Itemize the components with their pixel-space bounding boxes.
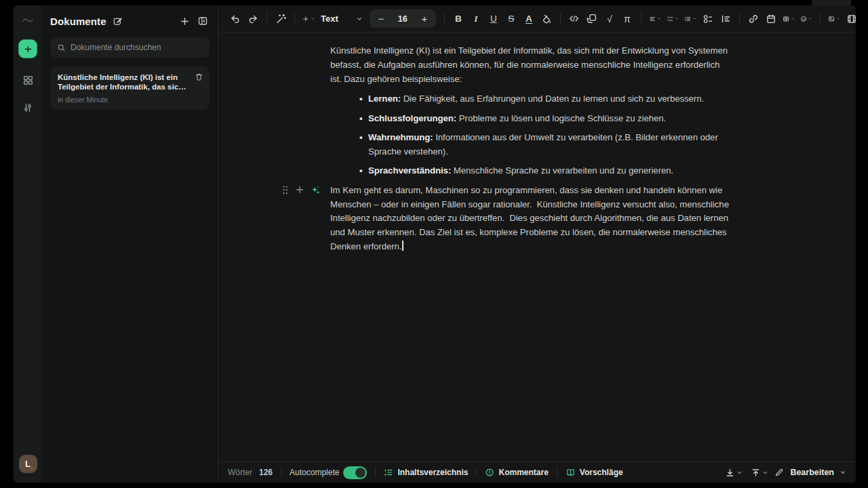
sidebar-title: Dokumente <box>50 16 106 27</box>
text-color-button[interactable]: A <box>521 10 537 28</box>
paragraph-conclusion[interactable]: Im Kern geht es darum, Maschinen so zu p… <box>330 185 732 251</box>
align-left-icon <box>649 14 656 24</box>
ai-sparkles-icon[interactable] <box>311 185 321 195</box>
link-button[interactable] <box>745 10 762 28</box>
video-button[interactable] <box>844 10 856 28</box>
drag-handle-icon[interactable] <box>281 185 289 195</box>
user-initial: L <box>25 459 31 469</box>
list-item[interactable]: • Schlussfolgerungen: Probleme zu lösen … <box>330 112 729 126</box>
sidebar-header: Dokumente <box>50 14 210 28</box>
app-window: L Dokumente Dokumente durchsuchen Künstl… <box>14 5 856 483</box>
toc-label: Inhaltsverzeichnis <box>397 468 468 477</box>
bullet-list: • Lernen: Die Fähigkeit, aus Erfahrungen… <box>330 92 729 178</box>
image-icon <box>828 14 835 24</box>
word-count: Wörter 126 <box>228 468 273 477</box>
chevron-down-icon <box>692 16 696 22</box>
add-document-icon[interactable] <box>178 15 191 28</box>
pencil-icon <box>774 468 784 477</box>
emoji-icon <box>800 14 807 24</box>
italic-button[interactable]: I <box>468 10 484 28</box>
chevron-down-icon <box>808 16 812 22</box>
text-cursor <box>402 241 403 251</box>
font-size-decrease-button[interactable]: − <box>376 13 386 24</box>
link-icon <box>748 14 759 24</box>
calendar-icon <box>766 14 776 24</box>
chevron-down-icon <box>840 469 846 476</box>
ordered-list-icon: 1.2. <box>667 14 673 24</box>
document-canvas[interactable]: Künstliche Intelligenz (KI) ist ein Teil… <box>218 33 856 462</box>
replace-button[interactable] <box>584 10 600 28</box>
collapse-sidebar-icon[interactable] <box>196 14 210 28</box>
magic-wand-icon <box>275 13 287 24</box>
comments-label: Kommentare <box>498 468 548 477</box>
autocomplete-toggle[interactable] <box>343 466 367 479</box>
redo-button[interactable] <box>245 10 261 28</box>
font-size-increase-button[interactable]: + <box>420 13 429 24</box>
suggestions-button[interactable]: Vorschläge <box>566 468 623 477</box>
undo-button[interactable] <box>227 10 243 28</box>
editor-main: Text − 16 + B I U S A √ <box>218 5 856 483</box>
math-button[interactable]: √ <box>601 10 618 28</box>
emoji-button[interactable] <box>798 10 814 28</box>
insert-block-button[interactable] <box>300 10 317 28</box>
search-input[interactable]: Dokumente durchsuchen <box>50 37 210 58</box>
tex-button[interactable]: π <box>619 10 635 28</box>
svg-text:1.: 1. <box>667 16 669 18</box>
suggestions-book-icon <box>566 468 576 477</box>
chevron-down-icon <box>762 470 768 476</box>
block-type-dropdown[interactable]: Text <box>318 14 366 24</box>
bullet-marker: • <box>359 131 368 159</box>
settings-sliders-icon[interactable] <box>22 102 33 113</box>
table-of-contents-button[interactable]: Inhaltsverzeichnis <box>384 468 468 477</box>
document-list-item[interactable]: Künstliche Intelligenz (KI) ist ein Teil… <box>50 66 210 110</box>
replace-icon <box>586 13 597 24</box>
highlight-button[interactable] <box>538 10 555 28</box>
user-avatar[interactable]: L <box>19 455 37 473</box>
strikethrough-button[interactable]: S <box>503 10 519 28</box>
bullet-list-button[interactable] <box>682 10 698 28</box>
download-button[interactable] <box>723 465 745 480</box>
list-item[interactable]: • Lernen: Die Fähigkeit, aus Erfahrungen… <box>330 92 729 106</box>
delete-document-icon[interactable] <box>195 73 203 81</box>
document-item-timestamp: in dieser Minute <box>58 96 203 104</box>
film-icon <box>846 14 856 24</box>
new-document-button[interactable] <box>18 39 37 58</box>
comments-button[interactable]: Kommentare <box>485 468 548 477</box>
underline-button[interactable]: U <box>486 10 502 28</box>
table-button[interactable] <box>781 10 797 28</box>
ordered-list-button[interactable]: 1.2. <box>665 10 681 28</box>
align-button[interactable] <box>647 10 663 28</box>
editor-toolbar: Text − 16 + B I U S A √ <box>218 5 856 33</box>
chevron-down-icon <box>675 16 679 22</box>
documents-sidebar: Dokumente Dokumente durchsuchen Künstlic… <box>42 5 218 483</box>
paragraph-conclusion-wrap: Im Kern geht es darum, Maschinen so zu p… <box>330 184 729 254</box>
list-item[interactable]: • Wahrnehmung: Informationen aus der Umw… <box>330 131 729 159</box>
list-item[interactable]: • Sprachverständnis: Menschliche Sprache… <box>330 164 729 178</box>
table-icon <box>783 14 789 24</box>
compose-icon[interactable] <box>111 15 124 28</box>
indent-list-button[interactable] <box>717 10 734 28</box>
checklist-icon <box>703 14 713 24</box>
toc-icon <box>384 468 393 477</box>
add-block-icon[interactable] <box>295 185 304 195</box>
bullet-marker: • <box>359 112 368 126</box>
bullet-list-icon <box>684 14 691 24</box>
document-body[interactable]: Künstliche Intelligenz (KI) ist ein Teil… <box>330 44 729 254</box>
date-button[interactable] <box>763 10 779 28</box>
image-button[interactable] <box>826 10 842 28</box>
word-count-label: Wörter <box>228 468 252 477</box>
apps-grid-icon[interactable] <box>22 75 34 86</box>
svg-text:2.: 2. <box>667 19 669 22</box>
paragraph-intro[interactable]: Künstliche Intelligenz (KI) ist ein Teil… <box>330 44 729 86</box>
bold-button[interactable]: B <box>450 10 467 28</box>
inline-code-button[interactable] <box>566 10 583 28</box>
ai-edit-button[interactable] <box>273 10 289 28</box>
edit-mode-dropdown[interactable]: Bearbeiten <box>774 468 846 477</box>
comments-icon <box>485 468 494 477</box>
bullet-marker: • <box>359 164 368 178</box>
suggestions-label: Vorschläge <box>580 468 623 477</box>
chevron-down-icon <box>736 470 743 476</box>
export-top-button[interactable] <box>749 465 770 480</box>
checklist-button[interactable] <box>700 10 716 28</box>
indent-icon <box>720 14 731 24</box>
